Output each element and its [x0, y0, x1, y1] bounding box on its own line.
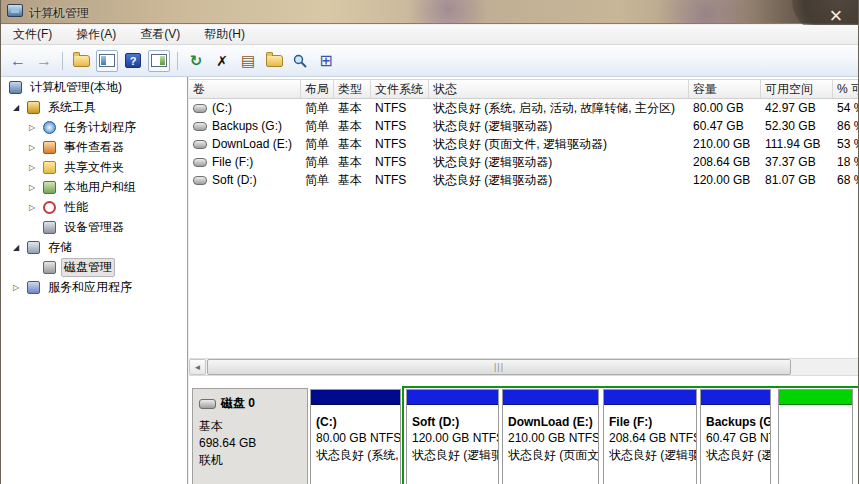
- menu-action[interactable]: 操作(A): [64, 24, 128, 45]
- horizontal-scrollbar[interactable]: ◄ |||: [189, 358, 858, 376]
- col-pct-free[interactable]: % 可用: [833, 80, 858, 98]
- properties-icon: ▤: [241, 52, 255, 70]
- tree-item-local-users-groups[interactable]: ▷ 本地用户和组: [1, 177, 187, 197]
- manage-view-button[interactable]: ⊞: [315, 50, 337, 72]
- col-filesystem[interactable]: 文件系统: [371, 80, 429, 98]
- open-folder-icon: [266, 55, 283, 67]
- forward-button[interactable]: →: [33, 50, 55, 72]
- toolbar-separator: [62, 52, 63, 70]
- menu-bar: 文件(F) 操作(A) 查看(V) 帮助(H): [1, 25, 859, 45]
- partition-backups-g[interactable]: Backups (G:) 60.47 GB NTFS 状态良好 (逻辑驱动器): [700, 389, 771, 484]
- tree-item-system-tools[interactable]: ◢ 系统工具: [1, 97, 187, 117]
- toolbar-separator: [177, 52, 178, 70]
- services-icon: [27, 281, 40, 294]
- toolbar: ← → ? ↻ ✗ ▤ ⊞: [1, 45, 859, 77]
- refresh-button[interactable]: ↻: [185, 50, 207, 72]
- forward-icon: →: [36, 52, 52, 70]
- disk-management-icon: [43, 261, 56, 274]
- tree-item-event-viewer[interactable]: ▷ 事件查看器: [1, 137, 187, 157]
- tree-item-shared-folders[interactable]: ▷ 共享文件夹: [1, 157, 187, 177]
- magnifier-icon: [292, 53, 308, 69]
- scrollbar-grip-icon: |||: [494, 363, 504, 372]
- expand-collapse-icon[interactable]: ▷: [29, 183, 43, 192]
- logical-drive-color-bar: [407, 390, 498, 405]
- partition-file-f[interactable]: File (F:) 208.64 GB NTFS 状态良好 (逻辑驱动器): [603, 389, 697, 484]
- task-scheduler-icon: [43, 121, 56, 134]
- menu-view[interactable]: 查看(V): [128, 24, 192, 45]
- show-tree-folder-button[interactable]: [70, 50, 92, 72]
- partition-soft-d[interactable]: Soft (D:) 120.00 GB NTFS 状态良好 (逻辑驱动器): [406, 389, 499, 484]
- find-button[interactable]: [289, 50, 311, 72]
- system-tools-icon: [27, 101, 40, 114]
- event-viewer-icon: [43, 141, 56, 154]
- properties-button[interactable]: ▤: [237, 50, 259, 72]
- col-layout[interactable]: 布局: [301, 80, 334, 98]
- volume-icon: [193, 104, 207, 113]
- disk-status: 联机: [199, 452, 301, 469]
- computer-management-window: 计算机管理 × 文件(F) 操作(A) 查看(V) 帮助(H) ← → ? ↻ …: [0, 0, 859, 484]
- disk-label: 磁盘 0: [221, 395, 255, 412]
- col-volume[interactable]: 卷: [189, 80, 301, 98]
- app-icon: [7, 4, 23, 17]
- expand-collapse-icon[interactable]: ▷: [29, 163, 43, 172]
- expand-collapse-icon[interactable]: ▷: [13, 283, 27, 292]
- shared-folders-icon: [43, 161, 56, 174]
- tree-item-performance[interactable]: ▷ 性能: [1, 197, 187, 217]
- back-button[interactable]: ←: [7, 50, 29, 72]
- folder-up-icon: [73, 55, 90, 67]
- logical-drive-color-bar: [503, 390, 598, 405]
- scrollbar-thumb[interactable]: |||: [207, 359, 791, 375]
- table-row-volume-soft-d[interactable]: Soft (D:) 简单 基本 NTFS 状态良好 (逻辑驱动器) 120.00…: [189, 171, 858, 189]
- storage-icon: [27, 241, 40, 254]
- menu-help[interactable]: 帮助(H): [192, 24, 257, 45]
- disk0-info-panel[interactable]: 磁盘 0 基本 698.64 GB 联机: [192, 388, 308, 484]
- tree-item-storage[interactable]: ◢ 存储: [1, 237, 187, 257]
- logical-drive-color-bar: [604, 390, 696, 405]
- action-pane-icon: [151, 54, 167, 67]
- manage-view-icon: ⊞: [319, 51, 332, 70]
- expand-collapse-icon[interactable]: ▷: [29, 203, 43, 212]
- open-button[interactable]: [263, 50, 285, 72]
- computer-icon: [9, 81, 22, 94]
- table-row-volume-backups-g[interactable]: Backups (G:) 简单 基本 NTFS 状态良好 (逻辑驱动器) 60.…: [189, 117, 858, 135]
- expand-collapse-icon[interactable]: ▷: [29, 143, 43, 152]
- col-free-space[interactable]: 可用空间: [761, 80, 833, 98]
- partition-c[interactable]: (C:) 80.00 GB NTFS 状态良好 (系统, 启动, 活动, 故障转…: [310, 389, 401, 484]
- tree-item-disk-management[interactable]: 磁盘管理: [1, 257, 187, 277]
- tree-item-computer-management[interactable]: 计算机管理(本地): [1, 77, 187, 97]
- tree-item-task-scheduler[interactable]: ▷ 任务计划程序: [1, 117, 187, 137]
- scroll-left-arrow-icon[interactable]: ◄: [189, 359, 206, 375]
- device-manager-icon: [43, 221, 56, 234]
- primary-partition-color-bar: [311, 390, 400, 405]
- refresh-icon: ↻: [190, 52, 203, 70]
- console-tree: 计算机管理(本地) ◢ 系统工具 ▷ 任务计划程序 ▷ 事件查看器 ▷ 共享文件…: [1, 77, 188, 484]
- delete-button[interactable]: ✗: [211, 50, 233, 72]
- volume-icon: [193, 176, 207, 185]
- volume-list-header: 卷 布局 类型 文件系统 状态 容量 可用空间 % 可用: [189, 79, 858, 99]
- expand-collapse-icon[interactable]: ◢: [13, 103, 27, 112]
- help-icon: ?: [125, 53, 141, 68]
- expand-collapse-icon[interactable]: ◢: [13, 243, 27, 252]
- volume-list: 卷 布局 类型 文件系统 状态 容量 可用空间 % 可用 (C:) 简单 基本 …: [189, 79, 858, 189]
- partition-download-e[interactable]: DownLoad (E:) 210.00 GB NTFS 状态良好 (页面文件,…: [502, 389, 599, 484]
- expand-collapse-icon[interactable]: ▷: [29, 123, 43, 132]
- table-row-volume-c[interactable]: (C:) 简单 基本 NTFS 状态良好 (系统, 启动, 活动, 故障转储, …: [189, 99, 858, 117]
- table-row-volume-file-f[interactable]: File (F:) 简单 基本 NTFS 状态良好 (逻辑驱动器) 208.64…: [189, 153, 858, 171]
- title-bar[interactable]: 计算机管理 ×: [1, 0, 859, 24]
- local-users-icon: [43, 181, 56, 194]
- tree-item-services-applications[interactable]: ▷ 服务和应用程序: [1, 277, 187, 297]
- menu-file[interactable]: 文件(F): [1, 24, 64, 45]
- disk-size: 698.64 GB: [199, 435, 301, 452]
- action-pane-toggle-button[interactable]: [148, 50, 170, 72]
- tree-item-device-manager[interactable]: 设备管理器: [1, 217, 187, 237]
- help-button[interactable]: ?: [122, 50, 144, 72]
- col-status[interactable]: 状态: [429, 80, 689, 98]
- col-capacity[interactable]: 容量: [689, 80, 761, 98]
- console-tree-icon: [99, 54, 115, 67]
- table-row-volume-download-e[interactable]: DownLoad (E:) 简单 基本 NTFS 状态良好 (页面文件, 逻辑驱…: [189, 135, 858, 153]
- col-type[interactable]: 类型: [334, 80, 371, 98]
- partition-free-space[interactable]: [778, 389, 853, 484]
- console-tree-toggle-button[interactable]: [96, 50, 118, 72]
- volume-icon: [193, 140, 207, 149]
- performance-icon: [43, 201, 56, 214]
